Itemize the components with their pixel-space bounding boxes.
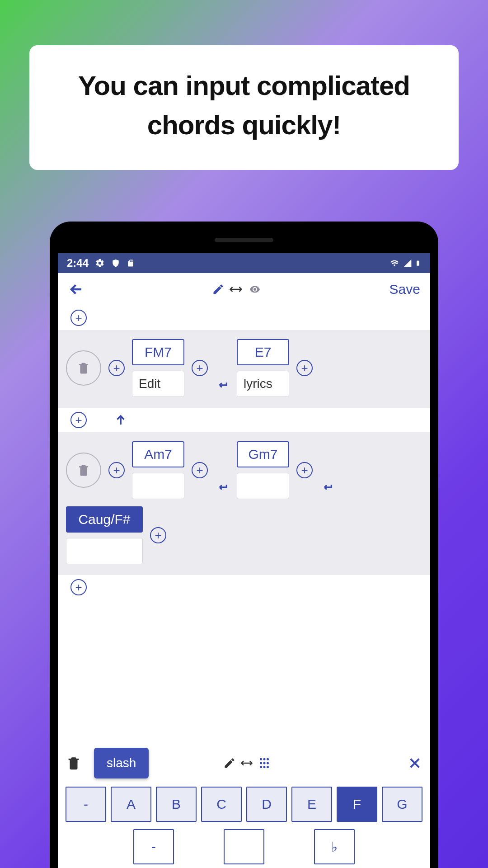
status-right xyxy=(389,258,421,268)
keyboard-mode-toggle[interactable] xyxy=(223,756,271,770)
chord-chip[interactable]: E7 xyxy=(237,339,289,365)
status-left: 2:44 xyxy=(67,257,135,269)
key-accidental[interactable]: ♭ xyxy=(314,829,355,864)
add-row-bar: + xyxy=(58,306,430,330)
key-accidental[interactable]: # xyxy=(224,829,264,864)
svg-point-8 xyxy=(267,766,269,768)
add-row-button[interactable]: + xyxy=(70,579,87,595)
pencil-icon xyxy=(212,283,225,296)
promo-card: You can input complicated chords quickly… xyxy=(29,45,459,170)
return-icon[interactable] xyxy=(215,379,230,392)
add-row-button[interactable]: + xyxy=(70,412,87,428)
app-screen: 2:44 xyxy=(58,253,430,868)
back-icon[interactable] xyxy=(68,281,85,298)
chord-keyboard: slash -ABCDEFG -#♭ xyxy=(58,743,430,868)
key-e[interactable]: E xyxy=(291,787,332,822)
dialpad-icon xyxy=(258,756,271,770)
svg-point-1 xyxy=(263,758,266,760)
keyboard-row-notes: -ABCDEFG xyxy=(58,783,430,826)
app-toolbar: Save xyxy=(58,273,430,306)
add-cell-button[interactable]: + xyxy=(296,462,313,478)
add-cell-button[interactable]: + xyxy=(108,462,125,478)
key-a[interactable]: A xyxy=(111,787,151,822)
lyric-input[interactable] xyxy=(237,473,289,499)
lyric-input[interactable]: lyrics xyxy=(237,371,289,397)
sd-card-icon xyxy=(127,258,135,268)
keyboard-mode-chip[interactable]: slash xyxy=(94,748,149,778)
svg-point-5 xyxy=(267,762,269,764)
svg-point-0 xyxy=(260,758,262,760)
chord-cell: FM7 Edit xyxy=(132,339,184,397)
key-g[interactable]: G xyxy=(382,787,422,822)
mode-toggle-edit-preview[interactable] xyxy=(212,283,263,296)
key-c[interactable]: C xyxy=(201,787,242,822)
swap-icon xyxy=(229,286,243,292)
add-cell-button[interactable]: + xyxy=(150,527,166,543)
keyboard-toolbar: slash xyxy=(58,743,430,783)
lyric-input[interactable] xyxy=(66,538,143,564)
key-b[interactable]: B xyxy=(156,787,197,822)
lyric-input[interactable] xyxy=(132,473,184,499)
trash-icon[interactable] xyxy=(66,755,81,772)
svg-point-4 xyxy=(263,762,266,764)
save-button[interactable]: Save xyxy=(389,282,420,297)
svg-point-3 xyxy=(260,762,262,764)
svg-point-7 xyxy=(263,766,266,768)
keyboard-row-accidentals: -#♭ xyxy=(58,826,430,868)
chord-row-1: + FM7 Edit + E7 lyrics + xyxy=(58,330,430,408)
eye-icon xyxy=(247,284,263,295)
device-frame: 2:44 xyxy=(50,222,438,868)
key--[interactable]: - xyxy=(66,787,106,822)
close-icon[interactable] xyxy=(408,756,422,770)
lyric-input[interactable]: Edit xyxy=(132,371,184,397)
chord-cell: Am7 xyxy=(132,441,184,499)
status-time: 2:44 xyxy=(67,257,89,269)
swap-icon xyxy=(240,760,253,766)
svg-point-6 xyxy=(260,766,262,768)
chord-cell-selected: Caug/F# xyxy=(66,506,143,564)
chord-chip-selected[interactable]: Caug/F# xyxy=(66,506,143,533)
add-cell-button[interactable]: + xyxy=(192,360,208,376)
add-row-bar-bottom: + xyxy=(58,575,430,599)
status-bar: 2:44 xyxy=(58,253,430,273)
add-row-button[interactable]: + xyxy=(70,310,87,326)
key-f[interactable]: F xyxy=(337,787,377,822)
gear-icon xyxy=(95,258,105,268)
wifi-icon xyxy=(389,259,400,268)
svg-point-2 xyxy=(267,758,269,760)
add-cell-button[interactable]: + xyxy=(108,360,125,376)
chord-row-2: + Am7 + Gm7 + C xyxy=(58,432,430,575)
promo-headline: You can input complicated chords quickly… xyxy=(43,66,445,145)
move-up-icon[interactable] xyxy=(114,413,127,427)
chord-cell: E7 lyrics xyxy=(237,339,289,397)
key-accidental[interactable]: - xyxy=(133,829,174,864)
between-rows-bar: + xyxy=(58,408,430,432)
key-d[interactable]: D xyxy=(246,787,287,822)
battery-icon xyxy=(415,258,421,268)
pencil-icon xyxy=(223,757,236,769)
signal-icon xyxy=(403,259,412,268)
shield-icon xyxy=(111,258,120,268)
chord-chip[interactable]: Am7 xyxy=(132,441,184,467)
add-cell-button[interactable]: + xyxy=(296,360,313,376)
chord-chip[interactable]: Gm7 xyxy=(237,441,289,467)
delete-row-button[interactable] xyxy=(66,453,101,488)
return-icon[interactable] xyxy=(215,481,230,494)
add-cell-button[interactable]: + xyxy=(192,462,208,478)
delete-row-button[interactable] xyxy=(66,350,101,386)
chord-chip[interactable]: FM7 xyxy=(132,339,184,365)
return-icon[interactable] xyxy=(320,481,334,494)
chord-cell: Gm7 xyxy=(237,441,289,499)
